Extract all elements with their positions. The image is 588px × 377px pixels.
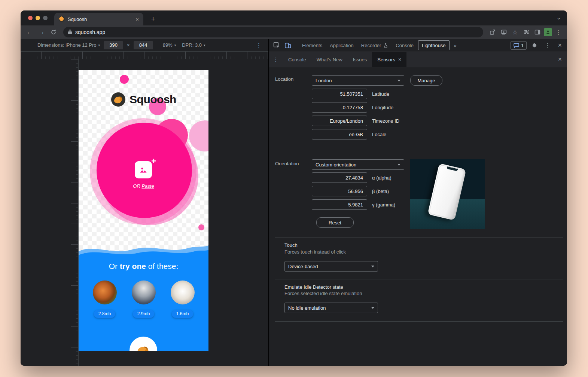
paste-hint: OR Paste — [79, 183, 208, 189]
alpha-label: α (alpha) — [372, 175, 392, 181]
sample-image-red-panda[interactable] — [93, 281, 117, 304]
forward-icon[interactable]: → — [36, 27, 47, 37]
device-toolbar-toggle-icon[interactable] — [282, 40, 293, 50]
timezone-input[interactable] — [312, 116, 367, 126]
section-divider — [275, 279, 563, 279]
sample-item[interactable]: 2.8mb — [93, 281, 117, 318]
orientation-preview[interactable] — [410, 159, 485, 229]
tab-lighthouse[interactable]: Lighthouse — [418, 40, 450, 50]
drawer-tab-console[interactable]: Console — [283, 52, 311, 67]
sample-image-phone[interactable] — [171, 281, 195, 304]
browser-tab[interactable]: Squoosh × — [54, 13, 143, 25]
squoosh-app-viewport: Squoosh + OR Paste — [79, 70, 208, 351]
tab-close-icon[interactable]: × — [135, 16, 139, 22]
device-dimensions-dropdown[interactable]: Dimensions: iPhone 12 Pro ▾ — [37, 42, 100, 48]
latitude-row: Latitude — [312, 89, 389, 99]
message-count: 1 — [521, 43, 524, 48]
extensions-puzzle-icon[interactable] — [521, 27, 531, 37]
phone-3d-model — [427, 163, 466, 220]
orientation-section-label: Orientation — [275, 161, 299, 166]
gamma-input[interactable] — [312, 199, 367, 210]
alpha-row: α (alpha) — [312, 172, 392, 183]
sample-item[interactable]: 1.6mb — [171, 281, 195, 318]
side-panel-icon[interactable] — [533, 27, 542, 37]
drawer-tab-issues[interactable]: Issues — [348, 52, 372, 67]
tab-search-chevron-icon[interactable]: ⌄ — [556, 14, 561, 21]
chevron-down-icon — [371, 307, 374, 309]
inspect-element-icon[interactable] — [271, 40, 282, 50]
locale-input[interactable] — [312, 129, 367, 140]
drawer-tab-sensors-label: Sensors — [377, 57, 395, 62]
beta-row: β (beta) — [312, 186, 389, 196]
close-sensors-tab-icon[interactable]: × — [398, 56, 401, 62]
vertical-ruler — [71, 59, 79, 366]
reset-button[interactable]: Reset — [316, 217, 354, 228]
file-size-badge: 1.6mb — [172, 310, 193, 318]
devtools-close-icon[interactable]: × — [555, 42, 565, 49]
browser-menu-icon[interactable]: ⋮ — [554, 27, 563, 37]
longitude-label: Longitude — [372, 105, 393, 110]
tab-recorder-label: Recorder — [361, 43, 381, 48]
longitude-input[interactable] — [312, 102, 367, 113]
profile-avatar[interactable] — [544, 28, 552, 36]
zoom-dropdown[interactable]: 89% ▾ — [163, 42, 176, 48]
sample-item[interactable]: 2.9mb — [132, 281, 156, 318]
touch-select-value: Device-based — [288, 264, 318, 269]
wave-decoration — [79, 239, 208, 261]
orientation-select-value: Custom orientation — [316, 162, 356, 168]
add-image-button[interactable]: + — [135, 161, 152, 178]
idle-select[interactable]: No idle emulation — [284, 303, 378, 313]
pink-blob-decoration — [189, 120, 208, 151]
minimize-window-button[interactable] — [36, 16, 40, 20]
sample-images-section: Or try one of these: 2.8mb 2.9mb — [79, 239, 208, 351]
address-bar[interactable]: squoosh.app — [63, 27, 483, 37]
console-messages-button[interactable]: 1 — [511, 41, 527, 50]
devtools-menu-icon[interactable]: ⋮ — [542, 42, 552, 49]
drawer-tab-sensors[interactable]: Sensors × — [372, 52, 406, 67]
viewport-width-input[interactable] — [104, 41, 123, 49]
beta-input[interactable] — [312, 186, 367, 196]
share-icon[interactable] — [488, 27, 497, 37]
drawer-close-icon[interactable]: × — [553, 56, 567, 63]
idle-select-value: No idle emulation — [288, 305, 326, 311]
bookmark-star-icon[interactable]: ☆ — [510, 27, 520, 37]
device-toolbar-menu-icon[interactable]: ⋮ — [253, 42, 265, 49]
tab-console[interactable]: Console — [392, 39, 417, 52]
install-icon[interactable] — [499, 27, 509, 37]
timezone-row: Timezone ID — [312, 116, 399, 126]
speech-bubble-icon — [514, 43, 519, 48]
more-tabs-icon[interactable]: » — [450, 39, 460, 52]
viewport-height-input[interactable] — [134, 41, 153, 49]
new-tab-button[interactable]: + — [149, 15, 158, 24]
timezone-label: Timezone ID — [372, 118, 399, 124]
latitude-input[interactable] — [312, 89, 367, 99]
try-pre: Or — [109, 262, 120, 270]
reload-icon[interactable] — [48, 27, 59, 37]
sample-list: 2.8mb 2.9mb 1.6mb — [79, 281, 208, 318]
file-size-badge: 2.9mb — [133, 310, 154, 318]
devtools-pane: Elements Application Recorder Console Li… — [269, 39, 567, 366]
chevron-down-icon — [371, 266, 374, 267]
paste-link[interactable]: Paste — [141, 183, 154, 189]
chevron-down-icon: ▾ — [174, 43, 176, 47]
close-window-button[interactable] — [28, 16, 33, 20]
manage-button[interactable]: Manage — [410, 75, 442, 86]
drawer-menu-icon[interactable]: ⋮ — [269, 56, 283, 62]
tab-recorder[interactable]: Recorder — [357, 39, 392, 52]
window-controls — [28, 16, 48, 20]
tab-elements[interactable]: Elements — [298, 39, 326, 52]
alpha-input[interactable] — [312, 172, 367, 183]
drawer-tab-whats-new[interactable]: What's New — [311, 52, 348, 67]
flask-icon — [383, 43, 388, 48]
dpr-dropdown[interactable]: DPR: 3.0 ▾ — [182, 42, 205, 48]
location-select[interactable]: London — [312, 75, 404, 86]
location-section-label: Location — [275, 76, 293, 82]
tab-application[interactable]: Application — [326, 39, 357, 52]
settings-gear-icon[interactable] — [529, 40, 540, 50]
touch-select[interactable]: Device-based — [284, 261, 378, 272]
pink-dot-decoration — [198, 224, 204, 230]
fullscreen-window-button[interactable] — [43, 16, 48, 20]
orientation-select[interactable]: Custom orientation — [312, 159, 404, 170]
back-icon[interactable]: ← — [24, 27, 35, 37]
sample-image-person-dog[interactable] — [132, 281, 156, 304]
